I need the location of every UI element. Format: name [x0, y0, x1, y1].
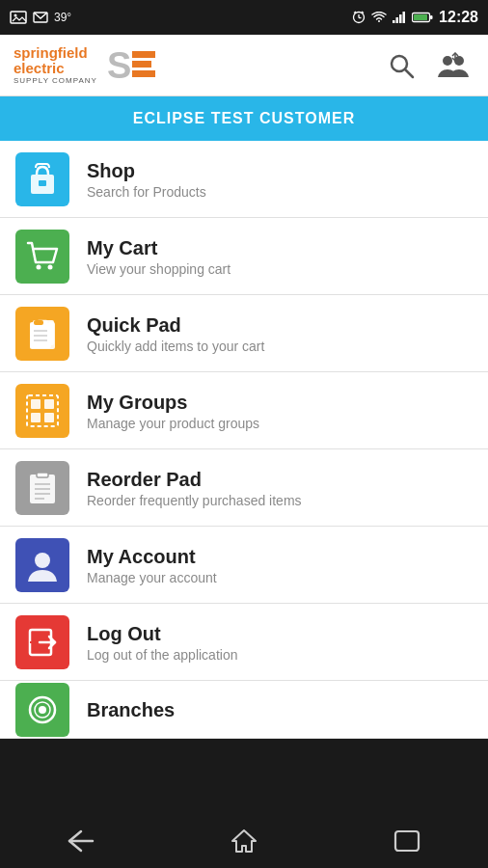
shop-title: Shop	[87, 159, 206, 182]
my-account-subtitle: Manage your account	[87, 570, 217, 585]
back-icon	[68, 829, 95, 853]
menu-item-my-groups[interactable]: My Groups Manage your product groups	[0, 372, 488, 449]
svg-rect-13	[430, 15, 433, 19]
svg-rect-42	[37, 473, 48, 477]
reorder-icon	[27, 472, 58, 504]
svg-line-20	[405, 69, 413, 77]
svg-rect-8	[393, 20, 395, 23]
cart-icon	[26, 241, 59, 272]
svg-rect-39	[31, 413, 41, 422]
status-left: 39°	[10, 11, 71, 24]
customer-banner: ECLIPSE TEST CUSTOMER	[0, 96, 488, 141]
my-cart-icon-box	[15, 230, 69, 284]
svg-rect-18	[132, 70, 155, 77]
logo-text: springfield electric SUPPLY COMPANY	[14, 45, 97, 86]
svg-rect-10	[399, 14, 402, 23]
quick-pad-icon-box	[15, 307, 69, 361]
svg-point-27	[48, 264, 53, 269]
my-account-icon-box	[15, 538, 69, 592]
menu-list: Shop Search for Products My Cart View yo…	[0, 141, 488, 739]
menu-item-quick-pad[interactable]: Quick Pad Quickly add items to your cart	[0, 295, 488, 372]
svg-rect-37	[31, 399, 41, 409]
svg-rect-56	[395, 831, 419, 851]
shop-text: Shop Search for Products	[87, 159, 206, 200]
menu-item-shop[interactable]: Shop Search for Products	[0, 141, 488, 218]
temperature: 39°	[54, 11, 71, 24]
menu-item-branches[interactable]: Branches	[0, 681, 488, 739]
image-icon	[10, 11, 27, 24]
svg-point-47	[35, 553, 50, 568]
wifi-icon	[371, 12, 387, 23]
my-groups-text: My Groups Manage your product groups	[87, 391, 259, 431]
my-groups-title: My Groups	[87, 391, 259, 414]
logo-electric: electric	[14, 61, 97, 77]
home-icon	[230, 828, 258, 854]
my-cart-text: My Cart View your shopping cart	[87, 236, 230, 277]
svg-rect-14	[414, 14, 427, 20]
groups-icon	[25, 393, 60, 428]
reorder-pad-title: Reorder Pad	[87, 468, 302, 491]
svg-point-21	[443, 56, 452, 66]
bottom-nav	[0, 814, 488, 868]
my-groups-subtitle: Manage your product groups	[87, 416, 259, 431]
menu-item-my-cart[interactable]: My Cart View your shopping cart	[0, 218, 488, 295]
home-button[interactable]	[211, 821, 277, 861]
alarm-icon	[352, 11, 366, 24]
quickpad-icon	[27, 317, 58, 350]
mail-icon	[33, 11, 48, 24]
reorder-pad-subtitle: Reorder frequently purchased items	[87, 493, 302, 508]
shop-icon-box	[15, 152, 69, 206]
switch-account-icon	[438, 52, 471, 79]
svg-rect-35	[34, 320, 43, 325]
switch-account-button[interactable]	[434, 48, 474, 83]
recents-button[interactable]	[374, 822, 440, 860]
toolbar-actions	[384, 48, 474, 83]
menu-item-log-out[interactable]: Log Out Log out of the application	[0, 604, 488, 681]
svg-rect-40	[44, 413, 54, 422]
svg-point-52	[39, 706, 46, 714]
my-cart-title: My Cart	[87, 236, 230, 259]
menu-item-my-account[interactable]: My Account Manage your account	[0, 527, 488, 604]
logo-supply: SUPPLY COMPANY	[14, 77, 97, 86]
logo-springfield: springfield	[14, 45, 97, 62]
my-account-title: My Account	[87, 545, 217, 568]
my-account-text: My Account Manage your account	[87, 545, 217, 585]
branches-icon-box	[15, 683, 69, 737]
svg-point-1	[14, 14, 17, 17]
branches-text: Branches	[87, 698, 175, 721]
log-out-icon-box	[15, 615, 69, 669]
logo-container: springfield electric SUPPLY COMPANY S	[14, 45, 159, 86]
quick-pad-text: Quick Pad Quickly add items to your cart	[87, 313, 264, 354]
signal-icon	[393, 12, 406, 23]
search-button[interactable]	[384, 48, 419, 83]
svg-rect-17	[132, 61, 151, 68]
my-groups-icon-box	[15, 384, 69, 438]
account-icon	[26, 549, 59, 582]
svg-rect-9	[396, 17, 399, 23]
reorder-pad-text: Reorder Pad Reorder frequently purchased…	[87, 468, 302, 508]
log-out-text: Log Out Log out of the application	[87, 622, 237, 663]
status-time: 12:28	[439, 9, 478, 26]
battery-icon	[412, 12, 433, 23]
svg-rect-25	[39, 180, 46, 186]
svg-rect-38	[44, 399, 54, 409]
logo-icon: S	[105, 45, 159, 84]
svg-rect-11	[403, 12, 406, 23]
quick-pad-title: Quick Pad	[87, 313, 264, 337]
se-logo-icon: S	[105, 45, 159, 84]
menu-item-reorder-pad[interactable]: Reorder Pad Reorder frequently purchased…	[0, 449, 488, 527]
log-out-title: Log Out	[87, 622, 237, 645]
customer-name: ECLIPSE TEST CUSTOMER	[133, 110, 356, 127]
svg-point-26	[37, 264, 41, 269]
status-right: 12:28	[352, 9, 478, 26]
branches-title: Branches	[87, 698, 175, 721]
toolbar: springfield electric SUPPLY COMPANY S	[0, 35, 488, 96]
shop-subtitle: Search for Products	[87, 184, 206, 200]
log-out-subtitle: Log out of the application	[87, 647, 237, 663]
back-button[interactable]	[48, 822, 114, 860]
recents-icon	[393, 829, 420, 853]
search-icon	[388, 52, 415, 79]
quick-pad-subtitle: Quickly add items to your cart	[87, 339, 264, 354]
shop-icon	[27, 163, 58, 196]
svg-rect-16	[132, 51, 155, 58]
